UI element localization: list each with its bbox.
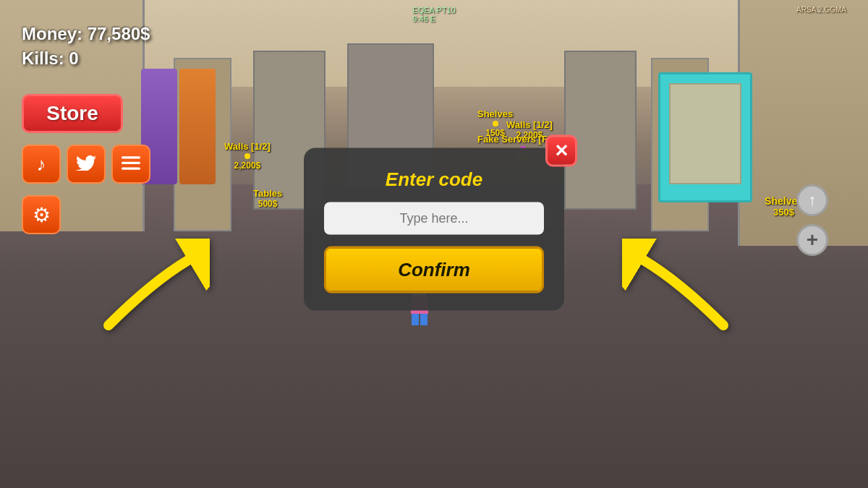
svg-rect-1 xyxy=(122,161,140,163)
settings-icon: ⚙ xyxy=(33,203,51,227)
plus-button[interactable]: + xyxy=(796,224,828,256)
list-button[interactable] xyxy=(111,145,150,184)
confirm-button[interactable]: Confirm xyxy=(324,247,544,294)
svg-rect-0 xyxy=(122,156,140,158)
modal-title: Enter code xyxy=(324,168,544,191)
music-button[interactable]: ♪ xyxy=(22,145,61,184)
twitter-icon xyxy=(76,153,96,176)
icon-buttons-row: ♪ xyxy=(22,145,150,184)
up-icon: ↑ xyxy=(809,191,817,210)
twitter-button[interactable] xyxy=(67,145,106,184)
close-button[interactable]: ✕ xyxy=(545,135,577,167)
plus-icon: + xyxy=(807,228,818,252)
up-button[interactable]: ↑ xyxy=(796,184,828,216)
cyan-board-inner xyxy=(669,83,741,184)
code-input[interactable] xyxy=(324,202,544,235)
store-button[interactable]: Store xyxy=(22,94,123,133)
wall-back-right xyxy=(564,51,637,210)
store-item-orange xyxy=(179,69,216,184)
svg-rect-2 xyxy=(122,167,140,169)
settings-button[interactable]: ⚙ xyxy=(22,195,61,234)
music-icon: ♪ xyxy=(37,153,46,176)
close-icon: ✕ xyxy=(554,141,569,161)
code-modal: ✕ Enter code Confirm xyxy=(304,148,564,311)
list-icon xyxy=(122,153,140,176)
